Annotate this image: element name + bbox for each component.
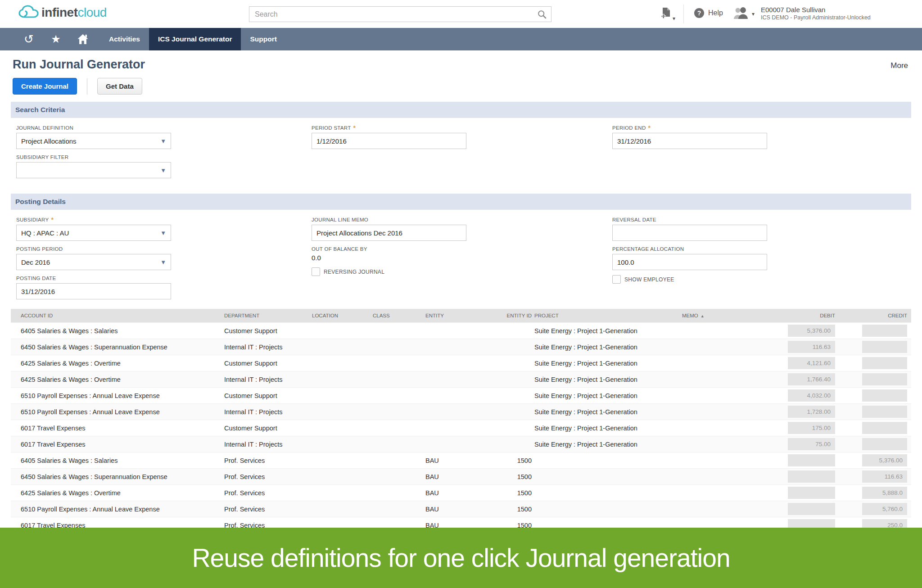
posting-date-label: POSTING DATE	[16, 275, 171, 281]
search-icon[interactable]	[533, 7, 551, 22]
nav-tabs: ActivitiesICS Journal GeneratorSupport	[100, 28, 286, 50]
more-link[interactable]: More	[890, 61, 908, 70]
help-label: Help	[708, 9, 723, 17]
user-name: E00007 Dale Sullivan	[761, 5, 871, 14]
cell-department: Customer Support	[224, 425, 312, 432]
create-new-menu[interactable]: ▾	[661, 7, 675, 21]
credit-amount	[862, 438, 907, 450]
cell-entity: BAU	[425, 473, 484, 480]
reversing-journal-checkbox[interactable]	[312, 267, 320, 276]
new-record-icon	[661, 7, 671, 21]
credit-amount: 5,760.0	[862, 503, 907, 515]
credit-amount	[862, 422, 907, 434]
table-row: 6405 Salaries & Wages : SalariesProf. Se…	[11, 452, 911, 468]
credit-amount	[862, 406, 907, 418]
posting-details-body: SUBSIDIARY * HQ : APAC : AU ▼ POSTING PE…	[0, 210, 922, 303]
shortcuts-star-icon[interactable]: ★	[42, 28, 69, 50]
debit-amount: 5,376.00	[788, 325, 835, 337]
journal-line-memo-input[interactable]	[312, 225, 466, 241]
column-header-location[interactable]: LOCATION	[312, 313, 373, 318]
cell-entity: BAU	[425, 457, 484, 464]
help-menu[interactable]: ? Help	[694, 8, 723, 18]
subsidiary-filter-select[interactable]: ▼	[16, 162, 171, 178]
cell-account-id: 6510 Payroll Expenses : Annual Leave Exp…	[11, 506, 224, 513]
table-row: 6510 Payroll Expenses : Annual Leave Exp…	[11, 387, 911, 403]
search-input[interactable]	[249, 10, 533, 18]
credit-amount	[862, 357, 907, 369]
show-employee-label: SHOW EMPLOYEE	[624, 276, 674, 283]
dropdown-arrow-icon: ▼	[160, 230, 166, 236]
column-header-credit[interactable]: CREDIT	[862, 313, 907, 318]
table-header-row: ACCOUNT ID DEPARTMENT LOCATION CLASS ENT…	[11, 309, 911, 322]
page-head: Run Journal Generator More	[0, 50, 922, 72]
period-end-label: PERIOD END *	[612, 125, 767, 131]
credit-amount	[862, 373, 907, 385]
credit-amount	[862, 341, 907, 353]
chevron-down-icon: ▾	[673, 16, 675, 21]
cell-account-id: 6425 Salaries & Wages : Overtime	[11, 360, 224, 367]
tab-activities[interactable]: Activities	[100, 28, 149, 50]
help-icon: ?	[694, 8, 704, 18]
posting-period-select[interactable]: Dec 2016 ▼	[16, 254, 171, 270]
posting-period-label: POSTING PERIOD	[16, 246, 171, 252]
subsidiary-label: SUBSIDIARY *	[16, 217, 171, 222]
column-header-entity[interactable]: ENTITY	[425, 313, 484, 318]
show-employee-checkbox-row[interactable]: SHOW EMPLOYEE	[612, 275, 767, 284]
cell-project: Suite Energy : Project 1-Generation	[533, 344, 682, 351]
tab-support[interactable]: Support	[241, 28, 285, 50]
reversal-date-input[interactable]	[612, 225, 767, 241]
cell-department: Customer Support	[224, 392, 312, 399]
cell-entity: BAU	[425, 506, 484, 513]
period-end-input[interactable]	[612, 133, 767, 149]
credit-amount: 5,888.0	[862, 487, 907, 499]
journal-lines-table: ACCOUNT ID DEPARTMENT LOCATION CLASS ENT…	[11, 309, 911, 551]
column-header-memo[interactable]: MEMO▲	[682, 313, 788, 318]
column-header-account-id[interactable]: ACCOUNT ID	[11, 313, 224, 318]
cell-project: Suite Energy : Project 1-Generation	[533, 441, 682, 448]
dropdown-arrow-icon: ▼	[160, 167, 166, 174]
credit-amount: 116.63	[862, 470, 907, 483]
user-role: ICS DEMO - Payroll Administrator-Unlocke…	[761, 14, 871, 21]
column-header-class[interactable]: CLASS	[373, 313, 425, 318]
debit-amount: 4,032.00	[788, 389, 835, 402]
show-employee-checkbox[interactable]	[612, 275, 621, 284]
table-row: 6510 Payroll Expenses : Annual Leave Exp…	[11, 501, 911, 517]
promo-banner: Reuse definitions for one click Journal …	[0, 528, 922, 588]
dropdown-arrow-icon: ▼	[160, 259, 166, 266]
cell-account-id: 6425 Salaries & Wages : Overtime	[11, 376, 224, 383]
journal-line-memo-label: JOURNAL LINE MEMO	[312, 217, 466, 222]
posting-details-header: Posting Details	[11, 194, 911, 210]
period-start-input[interactable]	[312, 133, 466, 149]
cell-department: Prof. Services	[224, 473, 312, 480]
tab-ics-journal-generator[interactable]: ICS Journal Generator	[149, 28, 241, 50]
column-header-debit[interactable]: DEBIT	[788, 313, 835, 318]
user-menu[interactable]: ▾	[732, 7, 755, 21]
cell-account-id: 6405 Salaries & Wages : Salaries	[11, 327, 224, 335]
cell-entity-id: 1500	[484, 489, 533, 497]
user-info: E00007 Dale Sullivan ICS DEMO - Payroll …	[761, 5, 871, 21]
reversing-journal-checkbox-row[interactable]: REVERSING JOURNAL	[312, 267, 466, 276]
cell-department: Internal IT : Projects	[224, 441, 312, 448]
history-icon[interactable]: ↺	[15, 28, 42, 50]
column-header-project[interactable]: PROJECT	[533, 313, 682, 318]
column-header-department[interactable]: DEPARTMENT	[224, 313, 312, 318]
get-data-button[interactable]: Get Data	[97, 78, 142, 95]
journal-definition-select[interactable]: Project Allocations ▼	[16, 133, 171, 149]
cell-project: Suite Energy : Project 1-Generation	[533, 408, 682, 416]
cell-account-id: 6450 Salaries & Wages : Superannuation E…	[11, 473, 224, 480]
subsidiary-select[interactable]: HQ : APAC : AU ▼	[16, 225, 171, 241]
posting-date-input[interactable]	[16, 283, 171, 299]
column-header-entity-id[interactable]: ENTITY ID	[484, 313, 533, 318]
required-marker: *	[648, 126, 651, 130]
debit-amount	[788, 454, 835, 466]
home-icon[interactable]	[69, 28, 96, 50]
debit-amount: 175.00	[788, 422, 835, 434]
subsidiary-filter-label: SUBSIDIARY FILTER	[16, 154, 171, 160]
cell-project: Suite Energy : Project 1-Generation	[533, 360, 682, 367]
debit-amount: 1,766.40	[788, 373, 835, 385]
period-start-label: PERIOD START *	[312, 125, 466, 131]
create-journal-button[interactable]: Create Journal	[13, 78, 77, 95]
cloud-logo-icon	[18, 5, 41, 20]
journal-lines-body: 6405 Salaries & Wages : SalariesCustomer…	[11, 322, 911, 533]
percentage-allocation-input[interactable]	[612, 254, 767, 270]
